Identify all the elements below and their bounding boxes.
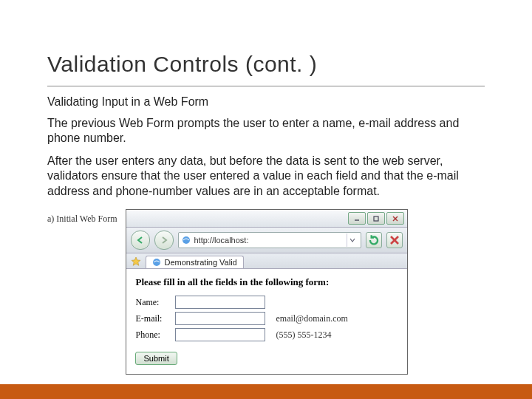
form-row-name: Name:: [135, 296, 398, 309]
browser-toolbar: http://localhost:: [126, 228, 407, 253]
browser-tab[interactable]: Demonstrating Valid: [146, 256, 243, 268]
ie-icon: [182, 236, 191, 245]
maximize-button[interactable]: [367, 212, 385, 225]
form-row-phone: Phone: (555) 555-1234: [135, 328, 398, 341]
back-button[interactable]: [131, 231, 150, 250]
browser-tabstrip: Demonstrating Valid: [126, 253, 407, 269]
ie-icon: [152, 258, 161, 267]
body-paragraph-2: After the user enters any data, but befo…: [0, 146, 532, 199]
phone-hint: (555) 555-1234: [276, 330, 331, 341]
address-bar[interactable]: http://localhost:: [178, 232, 361, 248]
slide-title: Validation Controls (cont. ): [0, 0, 532, 81]
tab-title: Demonstrating Valid: [164, 258, 236, 267]
name-input[interactable]: [175, 296, 265, 309]
form-row-email: E-mail: email@domain.com: [135, 312, 398, 325]
svg-rect-1: [374, 216, 378, 221]
address-dropdown[interactable]: [347, 233, 358, 247]
minimize-button[interactable]: [348, 212, 366, 225]
slide-footer-bar: [0, 384, 532, 399]
refresh-button[interactable]: [366, 232, 382, 248]
window-titlebar: [126, 210, 407, 228]
favorites-icon[interactable]: [131, 256, 141, 268]
page-content: Please fill in all the fields in the fol…: [126, 269, 407, 374]
name-label: Name:: [135, 297, 175, 308]
form-heading: Please fill in all the fields in the fol…: [135, 276, 398, 288]
forward-button[interactable]: [154, 231, 174, 250]
close-button[interactable]: [386, 212, 404, 225]
figure: a) Initial Web Form http://localhost:: [0, 199, 532, 375]
stop-button[interactable]: [386, 232, 403, 248]
email-input[interactable]: [175, 312, 265, 325]
submit-button[interactable]: Submit: [135, 352, 177, 365]
phone-label: Phone:: [135, 330, 175, 341]
slide: Validation Controls (cont. ) Validating …: [0, 0, 532, 399]
slide-subtitle: Validating Input in a Web Form: [0, 86, 532, 109]
email-label: E-mail:: [135, 313, 175, 324]
email-hint: email@domain.com: [276, 313, 347, 324]
browser-window: http://localhost: Demonstrating Valid Pl…: [126, 209, 408, 375]
address-text: http://localhost:: [194, 236, 248, 245]
phone-input[interactable]: [175, 328, 265, 341]
figure-caption: a) Initial Web Form: [47, 209, 117, 225]
body-paragraph-1: The previous Web Form prompts the user t…: [0, 109, 532, 146]
